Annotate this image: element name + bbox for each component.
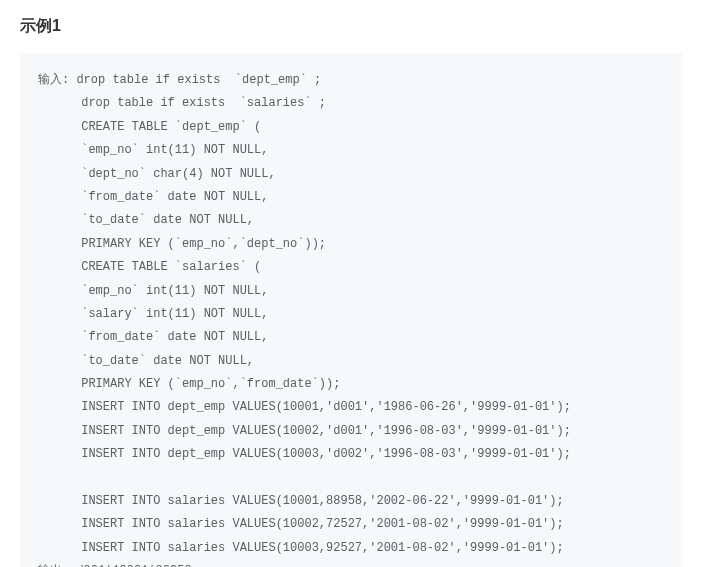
input-line: INSERT INTO salaries VALUES(10003,92527,… xyxy=(38,537,664,560)
output-section: 输出: d001|10001|88958 d002|10003|92527 xyxy=(38,560,664,567)
input-line: INSERT INTO salaries VALUES(10002,72527,… xyxy=(38,513,664,536)
input-line: INSERT INTO salaries VALUES(10001,88958,… xyxy=(38,490,664,513)
input-line: INSERT INTO dept_emp VALUES(10003,'d002'… xyxy=(38,443,664,466)
input-line: `dept_no` char(4) NOT NULL, xyxy=(38,163,664,186)
input-line: `to_date` date NOT NULL, xyxy=(38,209,664,232)
input-label: 输入: xyxy=(38,73,76,87)
example-title: 示例1 xyxy=(20,16,682,37)
input-line: PRIMARY KEY (`emp_no`,`from_date`)); xyxy=(38,373,664,396)
output-line: 输出: d001|10001|88958 xyxy=(38,560,664,567)
code-block: 输入: drop table if exists `dept_emp` ; dr… xyxy=(20,53,682,567)
input-content: drop table if exists `dept_emp` ; xyxy=(76,73,321,87)
input-line: PRIMARY KEY (`emp_no`,`dept_no`)); xyxy=(38,233,664,256)
input-line: CREATE TABLE `dept_emp` ( xyxy=(38,116,664,139)
input-section: 输入: drop table if exists `dept_emp` ; dr… xyxy=(38,69,664,560)
input-line: `emp_no` int(11) NOT NULL, xyxy=(38,280,664,303)
input-line: INSERT INTO dept_emp VALUES(10001,'d001'… xyxy=(38,396,664,419)
input-line: drop table if exists `salaries` ; xyxy=(38,92,664,115)
input-line xyxy=(38,467,664,490)
input-line: `salary` int(11) NOT NULL, xyxy=(38,303,664,326)
input-line: `from_date` date NOT NULL, xyxy=(38,186,664,209)
input-line: INSERT INTO dept_emp VALUES(10002,'d001'… xyxy=(38,420,664,443)
input-line: `to_date` date NOT NULL, xyxy=(38,350,664,373)
input-line: `emp_no` int(11) NOT NULL, xyxy=(38,139,664,162)
input-line: CREATE TABLE `salaries` ( xyxy=(38,256,664,279)
input-line: `from_date` date NOT NULL, xyxy=(38,326,664,349)
input-line: 输入: drop table if exists `dept_emp` ; xyxy=(38,69,664,92)
